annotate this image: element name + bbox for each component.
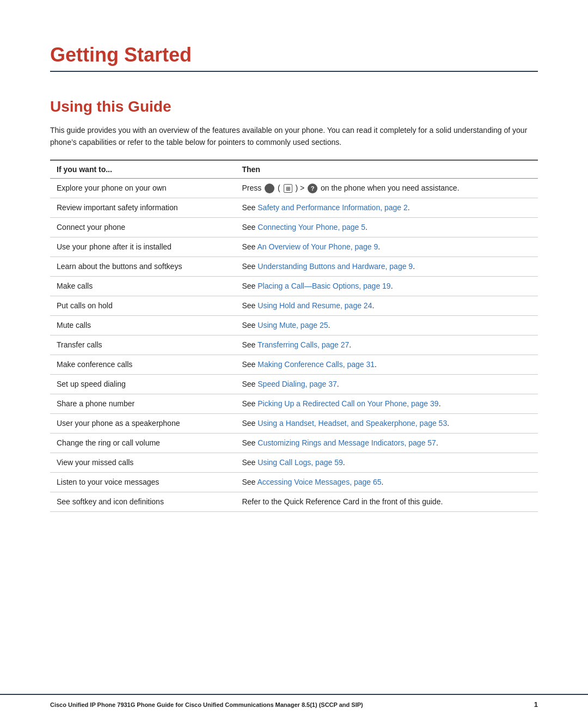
table-link[interactable]: Understanding Buttons and Hardware, page… bbox=[258, 262, 413, 271]
table-row: Make conference callsSee Making Conferen… bbox=[50, 355, 538, 374]
intro-text: This guide provides you with an overview… bbox=[50, 124, 538, 149]
table-cell-then: See Placing a Call—Basic Options, page 1… bbox=[235, 276, 538, 296]
table-cell-then: See Using Call Logs, page 59. bbox=[235, 453, 538, 472]
table-cell-want: Listen to your voice messages bbox=[50, 472, 235, 492]
table-cell-then: See Picking Up a Redirected Call on Your… bbox=[235, 394, 538, 413]
table-link[interactable]: An Overview of Your Phone, page 9 bbox=[258, 242, 378, 251]
table-cell-want: User your phone as a speakerphone bbox=[50, 413, 235, 433]
table-cell-then: Press ( ⊞ ) > ? on the phone when you ne… bbox=[235, 178, 538, 198]
table-cell-then: See Connecting Your Phone, page 5. bbox=[235, 217, 538, 237]
table-link[interactable]: Placing a Call—Basic Options, page 19 bbox=[258, 282, 390, 290]
help-icon: ? bbox=[308, 184, 317, 193]
table-row: Put calls on holdSee Using Hold and Resu… bbox=[50, 296, 538, 315]
table-link[interactable]: Using a Handset, Headset, and Speakerpho… bbox=[258, 419, 447, 428]
table-cell-want: View your missed calls bbox=[50, 453, 235, 472]
table-link[interactable]: Using Mute, page 25 bbox=[258, 321, 328, 329]
table-cell-want: Share a phone number bbox=[50, 394, 235, 413]
table-row: Connect your phoneSee Connecting Your Ph… bbox=[50, 217, 538, 237]
table-link[interactable]: Picking Up a Redirected Call on Your Pho… bbox=[258, 399, 438, 408]
table-row: Change the ring or call volumeSee Custom… bbox=[50, 433, 538, 453]
table-cell-want: Transfer calls bbox=[50, 335, 235, 355]
table-row: Share a phone numberSee Picking Up a Red… bbox=[50, 394, 538, 413]
table-link[interactable]: Accessing Voice Messages, page 65 bbox=[258, 478, 382, 486]
table-link[interactable]: Making Conference Calls, page 31 bbox=[258, 360, 375, 369]
col1-header: If you want to... bbox=[50, 160, 235, 179]
table-cell-then: See Accessing Voice Messages, page 65. bbox=[235, 472, 538, 492]
table-cell-then: See Transferring Calls, page 27. bbox=[235, 335, 538, 355]
col2-header: Then bbox=[235, 160, 538, 179]
table-link[interactable]: Connecting Your Phone, page 5 bbox=[258, 223, 365, 231]
table-link[interactable]: Using Hold and Resume, page 24 bbox=[258, 301, 372, 310]
table-cell-then: See Using Hold and Resume, page 24. bbox=[235, 296, 538, 315]
table-cell-want: Set up speed dialing bbox=[50, 374, 235, 394]
table-cell-want: Explore your phone on your own bbox=[50, 178, 235, 198]
table-cell-want: Make conference calls bbox=[50, 355, 235, 374]
table-cell-want: Mute calls bbox=[50, 315, 235, 335]
chapter-divider bbox=[50, 71, 538, 72]
table-link[interactable]: Using Call Logs, page 59 bbox=[258, 458, 342, 467]
section-title: Using this Guide bbox=[50, 98, 538, 115]
table-link[interactable]: Customizing Rings and Message Indicators… bbox=[258, 438, 436, 447]
chapter-title: Getting Started bbox=[50, 44, 538, 66]
table-cell-then: See Customizing Rings and Message Indica… bbox=[235, 433, 538, 453]
table-cell-then: See An Overview of Your Phone, page 9. bbox=[235, 237, 538, 257]
table-row: Mute callsSee Using Mute, page 25. bbox=[50, 315, 538, 335]
table-row: Transfer callsSee Transferring Calls, pa… bbox=[50, 335, 538, 355]
table-row: Use your phone after it is installedSee … bbox=[50, 237, 538, 257]
table-cell-want: Learn about the buttons and softkeys bbox=[50, 257, 235, 276]
page-container: Getting Started Using this Guide This gu… bbox=[0, 0, 588, 545]
table-cell-then: See Making Conference Calls, page 31. bbox=[235, 355, 538, 374]
table-cell-then: See Safety and Performance Information, … bbox=[235, 198, 538, 217]
circle-icon bbox=[265, 184, 274, 193]
table-cell-then: See Using Mute, page 25. bbox=[235, 315, 538, 335]
table-cell-want: Make calls bbox=[50, 276, 235, 296]
table-cell-want: Use your phone after it is installed bbox=[50, 237, 235, 257]
grid-icon: ⊞ bbox=[284, 184, 292, 193]
table-cell-then: See Speed Dialing, page 37. bbox=[235, 374, 538, 394]
footer-page: 1 bbox=[534, 700, 538, 709]
table-row: See softkey and icon definitionsRefer to… bbox=[50, 492, 538, 511]
table-row: Make callsSee Placing a Call—Basic Optio… bbox=[50, 276, 538, 296]
table-row: Listen to your voice messagesSee Accessi… bbox=[50, 472, 538, 492]
table-cell-then: See Using a Handset, Headset, and Speake… bbox=[235, 413, 538, 433]
table-row: Learn about the buttons and softkeysSee … bbox=[50, 257, 538, 276]
footer-bar: Cisco Unified IP Phone 7931G Phone Guide… bbox=[0, 694, 588, 714]
table-link[interactable]: Transferring Calls, page 27 bbox=[258, 340, 349, 349]
table-cell-want: Connect your phone bbox=[50, 217, 235, 237]
table-row: Set up speed dialingSee Speed Dialing, p… bbox=[50, 374, 538, 394]
table-cell-want: Change the ring or call volume bbox=[50, 433, 235, 453]
guide-table: If you want to... Then Explore your phon… bbox=[50, 160, 538, 512]
table-row: Review important safety informationSee S… bbox=[50, 198, 538, 217]
table-cell-want: Review important safety information bbox=[50, 198, 235, 217]
table-row: View your missed callsSee Using Call Log… bbox=[50, 453, 538, 472]
table-row: User your phone as a speakerphoneSee Usi… bbox=[50, 413, 538, 433]
table-cell-want: Put calls on hold bbox=[50, 296, 235, 315]
footer-text: Cisco Unified IP Phone 7931G Phone Guide… bbox=[50, 701, 363, 708]
table-cell-then: See Understanding Buttons and Hardware, … bbox=[235, 257, 538, 276]
table-link[interactable]: Safety and Performance Information, page… bbox=[258, 203, 408, 212]
table-cell-then: Refer to the Quick Reference Card in the… bbox=[235, 492, 538, 511]
table-link[interactable]: Speed Dialing, page 37 bbox=[258, 380, 337, 388]
table-cell-want: See softkey and icon definitions bbox=[50, 492, 235, 511]
table-row: Explore your phone on your ownPress ( ⊞ … bbox=[50, 178, 538, 198]
